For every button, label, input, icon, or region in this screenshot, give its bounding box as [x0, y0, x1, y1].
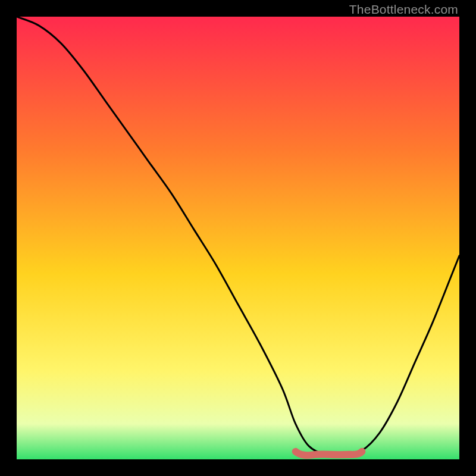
- bottleneck-chart: [17, 17, 459, 459]
- optimal-range-marker: [296, 452, 362, 455]
- gradient-background: [17, 17, 459, 459]
- chart-frame: [17, 17, 459, 459]
- watermark-text: TheBottleneck.com: [349, 2, 458, 17]
